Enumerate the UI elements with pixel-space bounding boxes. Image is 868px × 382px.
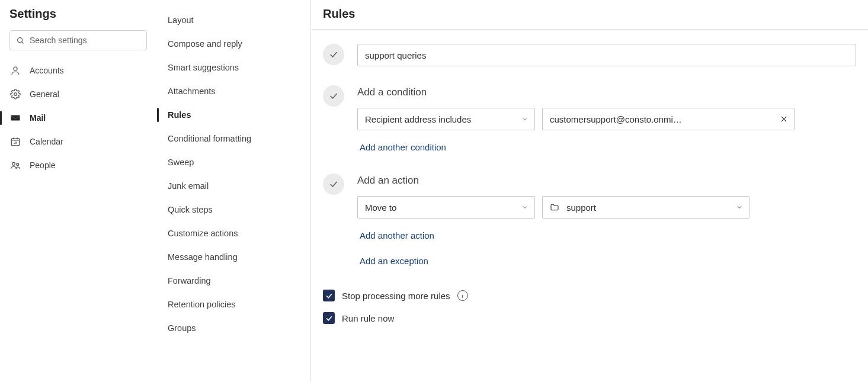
sub-compose-reply[interactable]: Compose and reply [157,32,310,56]
category-label: Accounts [30,66,64,75]
stop-processing-checkbox[interactable] [323,290,335,301]
sub-layout[interactable]: Layout [157,8,310,32]
step-complete-icon [323,85,344,107]
svg-point-2 [14,67,17,70]
gear-icon [9,89,21,99]
action-folder-picker[interactable]: support [542,196,750,219]
sub-sweep[interactable]: Sweep [157,150,310,174]
category-label: Mail [30,113,46,123]
svg-point-10 [17,163,19,166]
chevron-down-icon [521,204,529,211]
add-exception-link[interactable]: Add an exception [357,253,856,268]
step-complete-icon [323,174,344,195]
add-another-condition-link[interactable]: Add another condition [357,140,449,155]
category-people[interactable]: People [0,153,156,177]
category-label: General [30,89,59,99]
category-general[interactable]: General [0,82,156,106]
dropdown-label: Move to [365,203,396,213]
svg-point-3 [14,93,17,96]
condition-type-dropdown[interactable]: Recipient address includes [357,108,535,130]
dropdown-label: Recipient address includes [365,114,471,124]
chevron-down-icon [736,204,743,211]
sub-junk-email[interactable]: Junk email [157,174,310,198]
condition-value-box[interactable]: customersupport@consto.onmi… [542,108,795,130]
sub-customize-actions[interactable]: Customize actions [157,222,310,245]
category-mail[interactable]: Mail [0,106,156,130]
person-icon [9,65,21,76]
folder-icon [550,203,559,212]
action-heading: Add an action [357,175,856,187]
sub-quick-steps[interactable]: Quick steps [157,198,310,222]
svg-line-1 [22,41,24,43]
sub-attachments[interactable]: Attachments [157,79,310,103]
rule-name-input[interactable] [357,44,856,66]
people-icon [9,160,21,171]
sub-conditional-formatting[interactable]: Conditional formatting [157,127,310,150]
condition-heading: Add a condition [357,86,856,98]
sub-message-handling[interactable]: Message handling [157,245,310,269]
condition-value-text: customersupport@consto.onmi… [550,114,774,124]
sub-rules[interactable]: Rules [157,103,310,127]
settings-title: Settings [0,7,156,27]
svg-text:28: 28 [14,141,17,145]
mail-subcategories: Layout Compose and reply Smart suggestio… [157,0,311,382]
action-type-dropdown[interactable]: Move to [357,196,535,219]
sub-retention-policies[interactable]: Retention policies [157,293,310,316]
stop-processing-label: Stop processing more rules [342,291,450,301]
category-label: Calendar [30,137,63,146]
sub-forwarding[interactable]: Forwarding [157,269,310,293]
category-calendar[interactable]: 28 Calendar [0,130,156,153]
info-icon[interactable]: i [457,290,468,301]
run-rule-now-checkbox[interactable] [323,312,335,324]
rules-panel: Rules Add a condition Recipient address … [311,0,868,382]
category-label: People [30,160,56,170]
calendar-icon: 28 [9,136,21,147]
sub-groups[interactable]: Groups [157,316,310,340]
category-accounts[interactable]: Accounts [0,59,156,82]
svg-point-0 [18,37,23,42]
clear-condition-value-icon[interactable] [780,115,788,123]
search-settings-box[interactable] [9,30,147,50]
run-rule-now-label: Run rule now [342,313,394,323]
panel-title: Rules [311,0,868,30]
add-another-action-link[interactable]: Add another action [357,228,856,243]
search-settings-input[interactable] [30,36,140,45]
action-folder-label: support [566,203,729,213]
svg-point-9 [12,162,15,165]
mail-icon [9,113,21,123]
settings-sidebar: Settings Accounts General Mail 28 Calend… [0,0,157,382]
sub-smart-suggestions[interactable]: Smart suggestions [157,56,310,79]
chevron-down-icon [521,115,529,123]
step-complete-icon [323,44,344,65]
search-icon [16,36,25,45]
